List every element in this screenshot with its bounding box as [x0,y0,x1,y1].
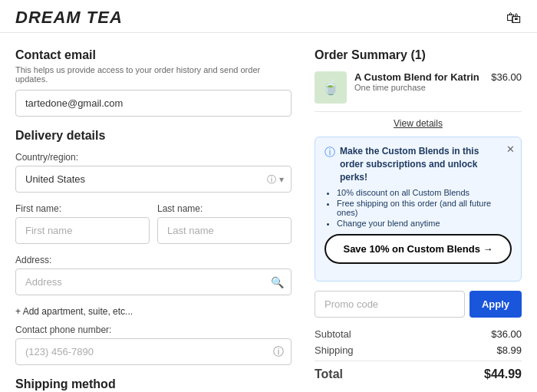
cart-icon[interactable]: 🛍 [506,9,522,27]
info-bullet-1: 10% discount on all Custom Blends [337,188,512,197]
info-box-header: ⓘ Make the Custom Blends in this order s… [325,145,512,183]
cta-subscription-button[interactable]: Save 10% on Custom Blends → [325,234,512,264]
address-input-wrapper: 🔍 [15,268,292,295]
address-field[interactable] [15,268,292,295]
order-item: 🍵 A Custom Blend for Katrin One time pur… [315,71,522,112]
left-panel: Contact email This helps us provide acce… [15,48,292,392]
total-value: $44.99 [484,367,522,381]
contact-email-title: Contact email [15,48,292,62]
info-box: ✕ ⓘ Make the Custom Blends in this order… [315,137,522,282]
delivery-title: Delivery details [15,129,292,143]
info-box-icon: ⓘ [325,146,335,160]
firstname-group: First name: [15,203,150,244]
lastname-field[interactable] [157,217,292,244]
apply-button[interactable]: Apply [469,291,522,318]
firstname-field[interactable] [15,217,150,244]
order-summary-title: Order Summary (1) [315,48,522,62]
info-bullet-3: Change your blend anytime [337,219,512,228]
logo: Dream Tea [15,8,123,28]
phone-field[interactable] [15,338,292,365]
shipping-title: Shipping method [15,377,292,391]
total-row: Total $44.99 [315,361,522,381]
country-group: Country/region: United States ⓘ ▾ [15,152,292,193]
firstname-label: First name: [15,203,150,214]
shipping-row: Shipping $8.99 [315,344,522,356]
shipping-cost-label: Shipping [315,344,354,356]
country-select[interactable]: United States [15,166,292,193]
lastname-group: Last name: [157,203,292,244]
subtotal-value: $36.00 [491,328,522,340]
phone-input-wrapper: ⓘ [15,338,292,365]
promo-input[interactable] [315,291,465,318]
header: Dream Tea 🛍 [0,0,537,33]
phone-label: Contact phone number: [15,324,292,335]
main-content: Contact email This helps us provide acce… [0,33,537,392]
info-icon: ⓘ [273,345,284,359]
item-name: A Custom Blend for Katrin [354,71,483,83]
subtotal-label: Subtotal [315,328,351,340]
country-label: Country/region: [15,152,292,163]
subtotal-row: Subtotal $36.00 [315,328,522,340]
item-details: A Custom Blend for Katrin One time purch… [354,71,483,92]
contact-email-subtitle: This helps us provide access to your ord… [15,65,292,84]
shipping-cost-value: $8.99 [496,344,522,356]
info-close-button[interactable]: ✕ [506,143,515,155]
item-price: $36.00 [491,71,522,83]
total-label: Total [315,367,343,381]
phone-group: Contact phone number: ⓘ [15,324,292,365]
right-panel: Order Summary (1) 🍵 A Custom Blend for K… [315,48,522,392]
name-row: First name: Last name: [15,203,292,255]
info-box-list: 10% discount on all Custom Blends Free s… [325,188,512,228]
lastname-label: Last name: [157,203,292,214]
info-bullet-2: Free shipping on this order (and all fut… [337,199,512,217]
address-group: Address: 🔍 [15,255,292,295]
search-icon: 🔍 [271,276,284,288]
country-select-wrapper: United States ⓘ ▾ [15,166,292,193]
info-box-title: Make the Custom Blends in this order sub… [340,145,512,183]
promo-row: Apply [315,291,522,318]
view-details-link[interactable]: View details [315,118,522,129]
add-apartment-link[interactable]: + Add apartment, suite, etc... [15,306,292,317]
contact-email-section: Contact email This helps us provide acce… [15,48,292,117]
address-label: Address: [15,255,292,265]
email-field[interactable] [15,90,292,117]
item-image: 🍵 [315,71,347,104]
item-sub: One time purchase [354,83,483,92]
